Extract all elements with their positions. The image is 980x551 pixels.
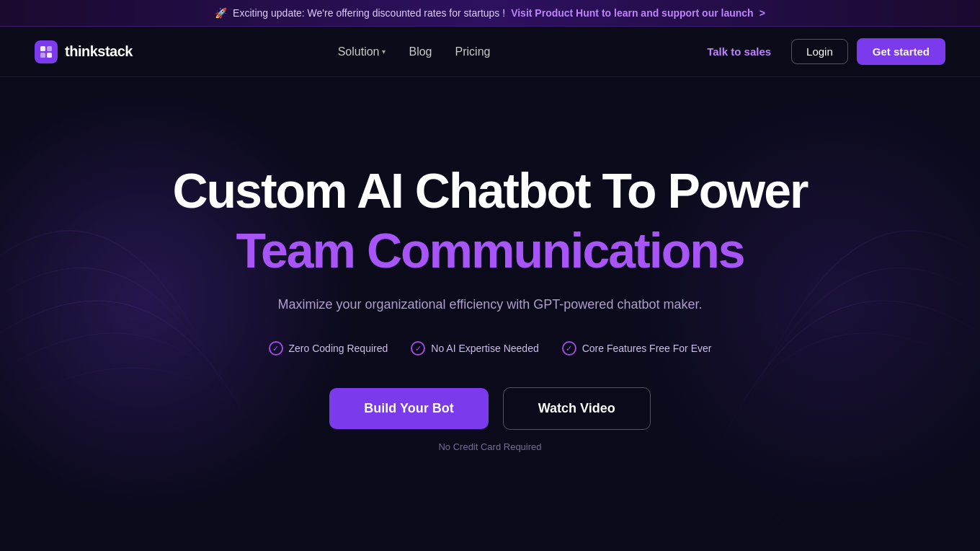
check-icon-0: ✓ bbox=[269, 341, 283, 356]
svg-rect-1 bbox=[47, 46, 52, 51]
hero-section: Custom AI Chatbot To Power Team Communic… bbox=[0, 77, 980, 524]
hero-subtext: Maximize your organizational efficiency … bbox=[245, 294, 735, 315]
login-button[interactable]: Login bbox=[791, 39, 848, 64]
feature-badge-1: ✓ No AI Expertise Needed bbox=[411, 341, 538, 356]
announcement-arrow: > bbox=[760, 7, 765, 19]
nav-links: Solution ▾ Blog Pricing bbox=[338, 45, 491, 58]
announcement-bar: 🚀 Exciting update: We're offering discou… bbox=[0, 0, 980, 27]
nav-item-solution[interactable]: Solution ▾ bbox=[338, 45, 386, 58]
hero-headline-line1: Custom AI Chatbot To Power bbox=[172, 164, 807, 218]
nav-item-blog[interactable]: Blog bbox=[409, 45, 432, 58]
cta-buttons: Build Your Bot Watch Video bbox=[172, 387, 807, 430]
chevron-down-icon: ▾ bbox=[382, 48, 386, 56]
talk-to-sales-button[interactable]: Talk to sales bbox=[695, 40, 783, 63]
feature-badges: ✓ Zero Coding Required ✓ No AI Expertise… bbox=[172, 341, 807, 356]
watch-video-button[interactable]: Watch Video bbox=[503, 387, 651, 430]
build-your-bot-button[interactable]: Build Your Bot bbox=[329, 388, 488, 429]
svg-rect-3 bbox=[47, 53, 52, 58]
svg-rect-2 bbox=[40, 53, 45, 58]
hero-headline-line2: Team Communications bbox=[172, 224, 807, 278]
get-started-button[interactable]: Get started bbox=[857, 38, 945, 65]
svg-rect-0 bbox=[40, 46, 45, 51]
logo-text: thinkstack bbox=[65, 43, 133, 60]
announcement-link[interactable]: Visit Product Hunt to learn and support … bbox=[511, 7, 754, 19]
feature-badge-0: ✓ Zero Coding Required bbox=[269, 341, 388, 356]
nav-item-pricing[interactable]: Pricing bbox=[455, 45, 491, 58]
no-credit-card-text: No Credit Card Required bbox=[172, 441, 807, 452]
check-icon-1: ✓ bbox=[411, 341, 425, 356]
feature-badge-label-2: Core Features Free For Ever bbox=[582, 343, 712, 354]
announcement-text: Exciting update: We're offering discount… bbox=[233, 7, 505, 19]
navbar: thinkstack Solution ▾ Blog Pricing Talk … bbox=[0, 27, 980, 77]
feature-badge-2: ✓ Core Features Free For Ever bbox=[562, 341, 712, 356]
feature-badge-label-0: Zero Coding Required bbox=[289, 343, 388, 354]
logo[interactable]: thinkstack bbox=[35, 40, 133, 63]
rocket-icon: 🚀 bbox=[215, 7, 227, 19]
feature-badge-label-1: No AI Expertise Needed bbox=[431, 343, 538, 354]
nav-actions: Talk to sales Login Get started bbox=[695, 38, 945, 65]
logo-icon bbox=[35, 40, 58, 63]
hero-content: Custom AI Chatbot To Power Team Communic… bbox=[172, 164, 807, 452]
check-icon-2: ✓ bbox=[562, 341, 576, 356]
